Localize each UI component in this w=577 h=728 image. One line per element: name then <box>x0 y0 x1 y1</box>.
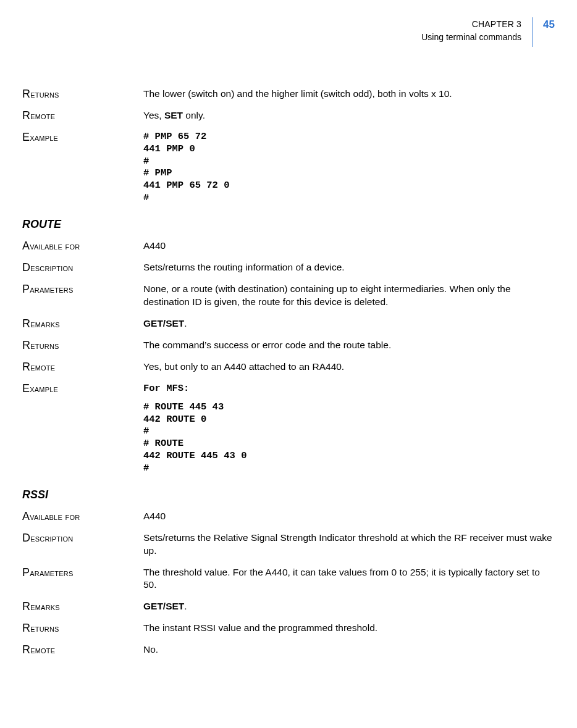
field-value: The command’s success or error code and … <box>143 339 555 352</box>
page-content: Returns The lower (switch on) and the hi… <box>22 88 555 656</box>
field-value: The threshold value. For the A440, it ca… <box>143 566 555 592</box>
field-row: Remarks GET/SET. <box>22 600 555 613</box>
field-label: Remote <box>22 361 143 374</box>
field-row: Example For MFS: # ROUTE 445 43 442 ROUT… <box>22 382 555 475</box>
field-value: A440 <box>143 240 555 253</box>
field-label: Available for <box>22 510 143 523</box>
chapter-subtitle: Using terminal commands <box>421 32 521 42</box>
field-label: Description <box>22 532 143 545</box>
field-label: Remote <box>22 109 143 122</box>
field-row: Example # PMP 65 72 441 PMP 0 # # PMP 44… <box>22 131 555 204</box>
field-label: Remarks <box>22 317 143 330</box>
text-strong: GET/SET <box>143 318 184 328</box>
page-header: CHAPTER 3 Using terminal commands 45 <box>22 17 555 47</box>
text-post: . <box>184 318 187 328</box>
field-row: Description Sets/returns the routing inf… <box>22 261 555 274</box>
field-value: Yes, but only to an A440 attached to an … <box>143 361 555 374</box>
text-strong: GET/SET <box>143 601 184 611</box>
field-row: Available for A440 <box>22 510 555 523</box>
field-label: Example <box>22 382 143 395</box>
field-label: Returns <box>22 88 143 101</box>
field-value: GET/SET. <box>143 600 555 613</box>
field-row: Returns The instant RSSI value and the p… <box>22 622 555 635</box>
text-pre: Yes, <box>143 110 164 120</box>
field-row: Returns The command’s success or error c… <box>22 339 555 352</box>
text-strong: SET <box>164 110 183 120</box>
field-row: Parameters None, or a route (with destin… <box>22 283 555 309</box>
chapter-label: CHAPTER 3 <box>421 19 521 29</box>
section-heading: RSSI <box>22 488 555 501</box>
field-label: Returns <box>22 339 143 352</box>
example-title: For MFS: <box>143 382 555 395</box>
field-row: Remarks GET/SET. <box>22 317 555 330</box>
field-label: Returns <box>22 622 143 635</box>
field-row: Description Sets/returns the Relative Si… <box>22 532 555 558</box>
field-value: No. <box>143 643 555 656</box>
header-text: CHAPTER 3 Using terminal commands <box>421 17 533 47</box>
example-code: # ROUTE 445 43 442 ROUTE 0 # # ROUTE 442… <box>143 401 555 475</box>
field-label: Remarks <box>22 600 143 613</box>
example-code: # PMP 65 72 441 PMP 0 # # PMP 441 PMP 65… <box>143 131 555 204</box>
text-post: only. <box>183 110 205 120</box>
field-row: Available for A440 <box>22 240 555 253</box>
section-heading: ROUTE <box>22 218 555 231</box>
field-label: Example <box>22 131 143 144</box>
field-row: Remote No. <box>22 643 555 656</box>
field-value: None, or a route (with destination) cont… <box>143 283 555 309</box>
field-label: Description <box>22 261 143 274</box>
field-value: Sets/returns the Relative Signal Strengt… <box>143 532 555 558</box>
field-label: Parameters <box>22 283 143 296</box>
field-value: For MFS: # ROUTE 445 43 442 ROUTE 0 # # … <box>143 382 555 475</box>
field-row: Remote Yes, but only to an A440 attached… <box>22 361 555 374</box>
field-label: Available for <box>22 240 143 253</box>
field-row: Parameters The threshold value. For the … <box>22 566 555 592</box>
text-post: . <box>184 601 187 611</box>
field-value: The instant RSSI value and the programme… <box>143 622 555 635</box>
page-number: 45 <box>533 17 555 47</box>
field-value: GET/SET. <box>143 317 555 330</box>
field-value: The lower (switch on) and the higher lim… <box>143 88 555 101</box>
field-label: Remote <box>22 643 143 656</box>
field-value: A440 <box>143 510 555 523</box>
field-label: Parameters <box>22 566 143 579</box>
field-row: Remote Yes, SET only. <box>22 109 555 122</box>
field-value: Sets/returns the routing information of … <box>143 261 555 274</box>
field-row: Returns The lower (switch on) and the hi… <box>22 88 555 101</box>
field-value: Yes, SET only. <box>143 109 555 122</box>
